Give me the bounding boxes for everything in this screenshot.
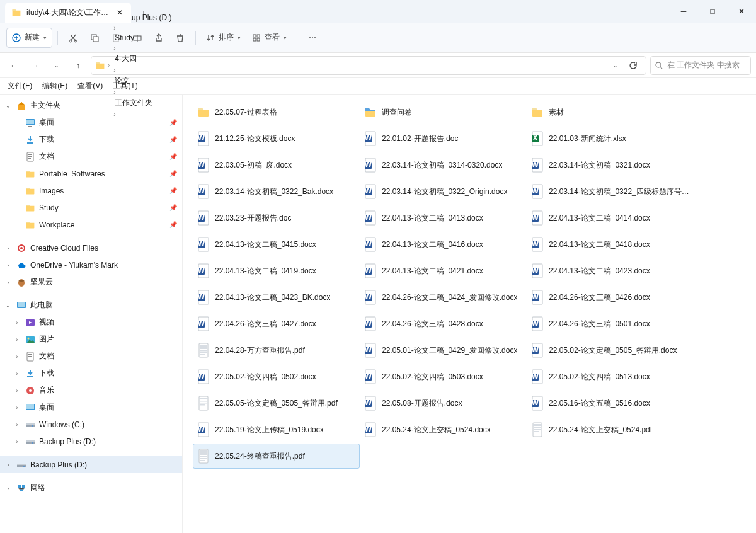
refresh-button[interactable] <box>624 57 642 74</box>
file-item[interactable]: 22.03.23-开题报告.doc <box>193 205 360 231</box>
file-item[interactable]: 22.04.13-论文二稿_0418.docx <box>527 232 694 257</box>
view-button[interactable]: 查看▾ <box>247 28 292 48</box>
tree-quick-item[interactable]: Portable_Softwares📌 <box>0 165 182 182</box>
file-item[interactable]: 22.04.13-论文二稿_0415.docx <box>193 232 360 257</box>
tree-quick-item[interactable]: Study📌 <box>0 199 182 216</box>
file-item[interactable]: 22.04.26-论文三稿_0428.docx <box>360 311 527 336</box>
file-item[interactable]: 22.05.02-论文四稿_0513.docx <box>527 364 694 389</box>
file-item[interactable]: 21.12.25-论文模板.docx <box>193 126 360 151</box>
tree-pc-item[interactable]: ›文档 <box>0 348 182 365</box>
file-item[interactable]: 22.05.08-开题报告.docx <box>360 391 527 416</box>
close-tab-button[interactable]: ✕ <box>115 8 125 18</box>
tree-pc-item[interactable]: ›Windows (C:) <box>0 416 182 433</box>
file-item[interactable]: 22.05.19-论文上传稿_0519.docx <box>193 417 360 442</box>
cut-button[interactable] <box>63 28 83 48</box>
tree-backup-plus[interactable]: ›Backup Plus (D:) <box>0 456 182 473</box>
up-button[interactable]: ↑ <box>69 57 87 74</box>
file-item[interactable]: 22.04.26-论文三稿_0426.docx <box>527 285 694 310</box>
tree-pc-item[interactable]: ›视频 <box>0 314 182 331</box>
paste-button[interactable] <box>106 28 126 48</box>
file-item[interactable]: 22.04.26-论文二稿_0424_发回修改.docx <box>360 285 527 310</box>
expand-icon[interactable] <box>13 203 21 212</box>
expand-icon[interactable]: › <box>13 352 21 361</box>
file-item[interactable]: 22.05.07-过程表格 <box>193 100 360 125</box>
expand-icon[interactable]: ⌄ <box>4 301 13 310</box>
search-box[interactable]: 在 工作文件夹 中搜索 <box>650 56 751 75</box>
tree-home[interactable]: ⌄主文件夹 <box>0 97 182 114</box>
file-item[interactable]: 22.05.24-终稿查重报告.pdf <box>193 444 360 469</box>
file-item[interactable]: 素材 <box>527 100 694 125</box>
sort-button[interactable]: 排序▾ <box>201 28 246 48</box>
file-item[interactable]: 22.03.14-论文初稿_0322_Bak.docx <box>193 179 360 204</box>
file-item[interactable]: 22.04.13-论文二稿_0413.docx <box>360 205 527 231</box>
expand-icon[interactable]: › <box>4 461 13 469</box>
file-item[interactable]: 22.03.14-论文初稿_0322_四级标题序号编... <box>527 179 694 204</box>
file-item[interactable]: 22.05.16-论文五稿_0516.docx <box>527 391 694 416</box>
tree-network[interactable]: ›网络 <box>0 479 182 496</box>
tree-pc-item[interactable]: ›音乐 <box>0 382 182 399</box>
file-item[interactable]: 22.04.13-论文二稿_0423.docx <box>527 258 694 284</box>
tree-quick-item[interactable]: 下载📌 <box>0 131 182 148</box>
expand-icon[interactable] <box>13 118 21 127</box>
file-item[interactable]: 22.01.03-新闻统计.xlsx <box>527 126 694 151</box>
file-item[interactable]: 调查问卷 <box>360 100 527 125</box>
file-item[interactable]: 22.05.24-论文上交稿_0524.docx <box>360 417 527 442</box>
file-item[interactable]: 22.05.24-论文上交稿_0524.pdf <box>527 417 694 442</box>
breadcrumb[interactable]: › Backup Plus (D:)›Study›4-大四›论文›工作文件夹› … <box>91 56 646 75</box>
expand-icon[interactable]: › <box>13 335 21 344</box>
recent-button[interactable]: ⌄ <box>48 57 66 74</box>
more-button[interactable]: ⋯ <box>302 28 323 48</box>
expand-icon[interactable]: › <box>13 420 21 429</box>
tree-cloud-item[interactable]: ›坚果云 <box>0 273 182 290</box>
expand-icon[interactable] <box>13 186 21 195</box>
file-item[interactable]: 22.03.14-论文初稿_0321.docx <box>527 152 694 178</box>
file-item[interactable]: 22.04.13-论文二稿_0421.docx <box>360 258 527 284</box>
tree-pc-item[interactable]: ›下载 <box>0 365 182 382</box>
menu-item[interactable]: 文件(F) <box>4 79 36 93</box>
breadcrumb-segment[interactable]: 4-大四 <box>112 52 174 66</box>
file-item[interactable]: 22.04.13-论文二稿_0414.docx <box>527 205 694 231</box>
tree-quick-item[interactable]: Images📌 <box>0 182 182 199</box>
expand-icon[interactable]: › <box>4 278 13 287</box>
file-item[interactable]: 22.03.14-论文初稿_0322_Origin.docx <box>360 179 527 204</box>
history-dropdown-button[interactable]: ⌄ <box>607 57 624 74</box>
expand-icon[interactable]: › <box>13 386 21 395</box>
tree-pc-item[interactable]: ›图片 <box>0 331 182 348</box>
close-window-button[interactable]: ✕ <box>727 0 756 23</box>
tree-pc-item[interactable]: ›桌面 <box>0 399 182 416</box>
forward-button[interactable]: → <box>26 57 44 74</box>
expand-icon[interactable] <box>13 135 21 144</box>
tree-thispc[interactable]: ⌄此电脑 <box>0 297 182 314</box>
expand-icon[interactable]: › <box>4 484 13 493</box>
file-item[interactable]: 22.04.26-论文三稿_0501.docx <box>527 311 694 336</box>
file-item[interactable]: 22.03.14-论文初稿_0314-0320.docx <box>360 152 527 178</box>
expand-icon[interactable] <box>13 169 21 178</box>
expand-icon[interactable] <box>13 152 21 161</box>
file-item[interactable]: 22.03.05-初稿_废.docx <box>193 152 360 178</box>
expand-icon[interactable]: › <box>13 318 21 327</box>
tree-quick-item[interactable]: Workplace📌 <box>0 216 182 233</box>
maximize-button[interactable]: □ <box>698 0 727 23</box>
menu-item[interactable]: 工具(T) <box>109 79 141 93</box>
copy-button[interactable] <box>84 28 105 48</box>
file-item[interactable]: 22.05.05-论文定稿_0505_答辩用.pdf <box>193 391 360 416</box>
window-tab[interactable]: itudy\4-大四\论文\工作文件夹 ✕ <box>5 3 131 23</box>
file-item[interactable]: 22.04.26-论文三稿_0427.docx <box>193 311 360 336</box>
file-item[interactable]: 22.04.13-论文二稿_0419.docx <box>193 258 360 284</box>
file-item[interactable]: 22.04.28-万方查重报告.pdf <box>193 338 360 363</box>
expand-icon[interactable]: › <box>4 261 13 270</box>
expand-icon[interactable]: › <box>13 437 21 446</box>
file-item[interactable]: 22.01.02-开题报告.doc <box>360 126 527 151</box>
new-button[interactable]: 新建▾ <box>6 28 52 48</box>
tree-quick-item[interactable]: 文档📌 <box>0 148 182 165</box>
minimize-button[interactable]: ─ <box>669 0 698 23</box>
expand-icon[interactable]: › <box>13 369 21 378</box>
file-item[interactable]: 22.05.02-论文四稿_0503.docx <box>360 364 527 389</box>
tree-pc-item[interactable]: ›Backup Plus (D:) <box>0 433 182 450</box>
menu-item[interactable]: 查看(V) <box>74 79 106 93</box>
expand-icon[interactable]: › <box>4 244 13 253</box>
file-item[interactable]: 22.05.01-论文三稿_0429_发回修改.docx <box>360 338 527 363</box>
expand-icon[interactable] <box>13 221 21 229</box>
tree-cloud-item[interactable]: ›OneDrive - Yiukam's Mark <box>0 256 182 273</box>
tree-quick-item[interactable]: 桌面📌 <box>0 114 182 131</box>
